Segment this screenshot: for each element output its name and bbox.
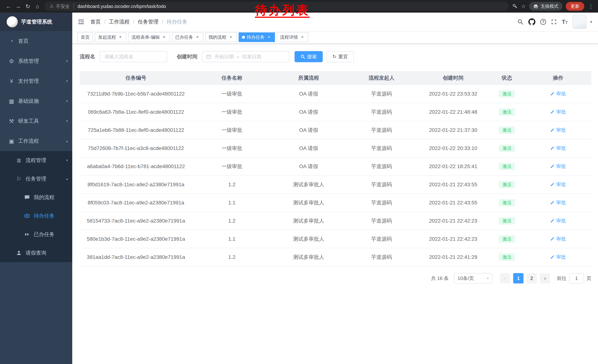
chrome-update-button[interactable]: 更新 (566, 2, 584, 11)
end-date-placeholder: 结束日期 (242, 54, 261, 60)
breadcrumb-current: 待办任务 (166, 18, 187, 25)
tab-start-process[interactable]: 发起流程 × (95, 32, 126, 42)
incognito-icon (533, 4, 538, 8)
task-id-cell: 8f059c03-7ac8-11ec-a9e2-a2380e71991a (80, 194, 192, 212)
close-icon[interactable]: × (228, 35, 233, 40)
sidebar-toggle-icon[interactable] (78, 19, 84, 25)
sidebar-item-devtools[interactable]: ⚒ 研发工具 ▾ (0, 111, 72, 131)
browser-reload-icon[interactable]: ↻ (23, 3, 33, 10)
sidebar-item-label: 支付管理 (18, 78, 39, 85)
page-size-select[interactable]: 10条/页 ▾ (454, 273, 492, 283)
app-title: 芋道管理系统 (21, 18, 52, 25)
tab-todo-tasks[interactable]: 待办任务 × (239, 32, 275, 42)
sidebar-item-system[interactable]: ⚙ 系统管理 ▾ (0, 51, 72, 71)
task-id-cell: 58154733-7ac8-11ec-a9e2-a2380e71991a (80, 212, 192, 230)
approve-link[interactable]: 审批 (550, 181, 566, 188)
sidebar-item-task-mgmt[interactable]: ⚐ 任务管理 ▴ (0, 170, 72, 188)
search-icon[interactable] (517, 19, 523, 25)
close-icon[interactable]: × (300, 35, 305, 40)
browser-forward-icon[interactable]: → (13, 3, 23, 9)
incognito-badge: 无痕模式 (529, 2, 562, 11)
user-avatar[interactable] (573, 15, 587, 29)
next-page-button[interactable]: › (540, 273, 550, 283)
chevron-down-icon: ▾ (66, 119, 68, 123)
annotation-title: 待办列表 (255, 3, 310, 18)
col-process: 所属流程 (272, 71, 346, 85)
question-glyph: ? (540, 19, 546, 25)
search-button[interactable]: 搜索 (295, 51, 323, 62)
flag-icon: ⚐ (15, 176, 23, 182)
sidebar-item-home[interactable]: ◔ 首页 (0, 31, 72, 51)
close-icon[interactable]: × (118, 35, 123, 40)
breadcrumb-workflow[interactable]: 工作流程 (109, 18, 130, 25)
close-icon[interactable]: × (266, 35, 272, 40)
approve-link[interactable]: 审批 (550, 236, 566, 242)
approve-link[interactable]: 审批 (550, 127, 566, 133)
fullscreen-icon[interactable] (551, 19, 557, 25)
browser-menu-icon[interactable]: ⋮ (588, 3, 594, 9)
sidebar-item-process-mgmt[interactable]: ≣ 流程管理 ▾ (0, 151, 72, 170)
tab-home[interactable]: 首页 (77, 32, 93, 42)
sidebar-item-done-tasks[interactable]: 已办任务 (0, 225, 72, 244)
sidebar-item-label: 系统管理 (18, 57, 39, 65)
tab-process-form-edit[interactable]: 流程表单-编辑 × (128, 32, 170, 42)
tab-my-process[interactable]: 我的流程 × (205, 32, 237, 42)
pencil-icon (550, 164, 555, 169)
sidebar-item-workflow[interactable]: ▣ 工作流程 ▴ (0, 131, 72, 151)
search-glyph-icon (300, 54, 305, 59)
pencil-icon (550, 218, 555, 223)
approve-link[interactable]: 审批 (550, 109, 566, 115)
sidebar-item-my-process[interactable]: 我的流程 (0, 188, 72, 207)
sidebar-item-infrastructure[interactable]: ▦ 基础设施 ▾ (0, 91, 72, 111)
chevron-down-icon: ▾ (66, 158, 68, 162)
chevron-down-icon: ▾ (66, 79, 68, 83)
calendar-icon (206, 54, 211, 59)
approve-link[interactable]: 审批 (550, 145, 566, 152)
status-badge: 激活 (499, 90, 515, 97)
bookmark-star-icon[interactable]: ☆ (521, 3, 526, 9)
help-icon[interactable]: ? (540, 19, 546, 25)
create-time-label: 创建时间 (177, 53, 198, 60)
dashboard-icon: ◔ (8, 38, 16, 44)
table-row: 580e1b3d-7ac8-11ec-a9e2-a2380e71991a 1.1… (80, 230, 591, 248)
sidebar-item-todo-tasks[interactable]: 待办任务 (0, 207, 72, 225)
page-button-2[interactable]: 2 (526, 273, 537, 283)
prev-page-button[interactable]: ‹ (500, 273, 510, 283)
page-button-1[interactable]: 1 (513, 273, 523, 283)
browser-home-icon[interactable]: ⌂ (33, 3, 42, 9)
reset-button[interactable]: ↻ 重置 (326, 51, 354, 62)
tools-icon: ⚒ (8, 118, 16, 124)
sidebar-item-leave-query[interactable]: 请假查询 (0, 244, 72, 262)
close-icon[interactable]: × (162, 35, 167, 40)
table-row: 725a1eb6-7b88-11ec-8ef0-acde48001122 一级审… (80, 121, 591, 139)
chat-bubble-icon (23, 194, 31, 200)
font-size-icon[interactable]: TT (562, 19, 568, 25)
approve-link[interactable]: 审批 (550, 163, 566, 170)
yen-icon: ¥ (8, 78, 16, 84)
date-separator: - (237, 54, 239, 60)
date-range-picker[interactable]: 开始日期 - 结束日期 (202, 51, 289, 62)
browser-back-icon[interactable]: ← (4, 3, 13, 9)
tab-process-detail[interactable]: 流程详情 × (277, 32, 308, 42)
breadcrumb-home[interactable]: 首页 (91, 18, 101, 25)
github-icon[interactable] (528, 18, 535, 25)
approve-link[interactable]: 审批 (550, 218, 566, 224)
process-name-input[interactable] (100, 51, 167, 62)
app-logo-row[interactable]: 芋道管理系统 (0, 13, 72, 31)
task-id-cell: 069c6a63-7b8a-11ec-8ef0-acde48001122 (80, 103, 192, 121)
sidebar-item-label: 请假查询 (25, 249, 46, 256)
status-badge: 激活 (499, 181, 515, 188)
password-key-icon[interactable] (512, 4, 518, 9)
goto-page-input[interactable] (569, 273, 584, 283)
sidebar-item-label: 基础设施 (18, 97, 39, 105)
close-icon[interactable]: × (195, 35, 200, 40)
tab-done-tasks[interactable]: 已办任务 × (172, 32, 203, 42)
table-row: 8f0d1619-7ac8-11ec-a9e2-a2380e71991a 1.2… (80, 176, 591, 194)
approve-link[interactable]: 审批 (550, 199, 566, 206)
sidebar-item-payment[interactable]: ¥ 支付管理 ▾ (0, 71, 72, 91)
active-dot (242, 36, 245, 39)
approve-link[interactable]: 审批 (550, 254, 566, 260)
approve-link[interactable]: 审批 (550, 90, 566, 97)
caret-down-icon[interactable]: ▾ (590, 20, 592, 24)
breadcrumb-task-mgmt[interactable]: 任务管理 (138, 18, 158, 25)
